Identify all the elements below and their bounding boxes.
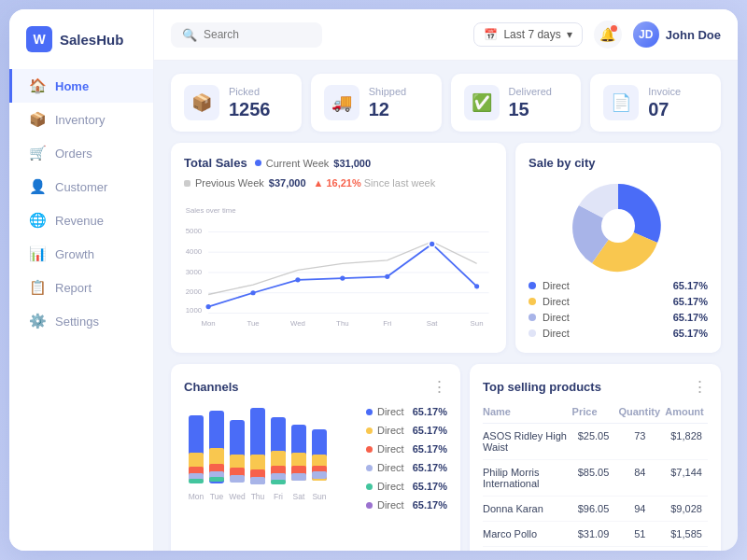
notification-button[interactable]: 🔔: [594, 21, 622, 49]
top-products-title: Top selling products: [483, 380, 601, 394]
sidebar-item-inventory[interactable]: 📦 Inventory: [9, 103, 153, 136]
top-products-more-button[interactable]: ⋮: [692, 377, 708, 397]
shipped-info: Shipped 12: [369, 86, 406, 120]
sidebar-item-report[interactable]: 📋 Report: [9, 271, 153, 304]
sidebar-item-orders[interactable]: 🛒 Orders: [9, 136, 153, 170]
sidebar-item-label: Customer: [55, 180, 107, 194]
svg-rect-47: [271, 480, 286, 484]
search-input[interactable]: [204, 28, 311, 41]
chevron-down-icon: ▾: [567, 28, 572, 41]
pie-legend-item-2: Direct 65.17%: [529, 312, 708, 323]
sidebar-item-home[interactable]: 🏠 Home: [9, 69, 153, 103]
previous-week-label: Previous Week: [195, 177, 264, 189]
main-area: 🔍 📅 Last 7 days ▾ 🔔 JD John Doe 📦: [154, 9, 738, 551]
logo-text: SalesHub: [60, 32, 123, 48]
channels-legend-item-1: Direct 65.17%: [366, 425, 447, 436]
table-header-price: Price: [572, 406, 615, 417]
notification-dot: [611, 25, 617, 32]
sidebar-item-label: Revenue: [55, 214, 104, 228]
channels-legend-label-4: Direct: [377, 481, 404, 492]
pie-dot-1: [529, 298, 536, 305]
shipped-label: Shipped: [369, 86, 406, 97]
pie-legend: Direct 65.17% Direct 65.17% Direct 65.17…: [529, 280, 708, 339]
svg-rect-42: [250, 477, 265, 484]
customer-icon: 👤: [29, 178, 46, 195]
svg-point-14: [385, 274, 389, 279]
svg-text:Thu: Thu: [251, 492, 265, 501]
sidebar-item-label: Inventory: [55, 113, 105, 127]
product-quantity-1: 84: [618, 467, 661, 489]
channels-legend: Direct 65.17% Direct 65.17% Direct 65.17…: [366, 406, 447, 513]
bottom-row: Channels ⋮: [171, 364, 721, 551]
table-row: Philip Morris International $85.05 84 $7…: [483, 460, 708, 497]
svg-point-12: [295, 277, 300, 282]
delivered-label: Delivered: [509, 86, 552, 97]
product-name-2: Donna Karan: [483, 503, 569, 514]
product-amount-2: $9,028: [665, 503, 708, 514]
channels-legend-item-4: Direct 65.17%: [366, 481, 447, 492]
channels-legend-label-2: Direct: [377, 443, 404, 455]
svg-point-16: [474, 284, 479, 288]
sidebar-item-settings[interactable]: ⚙️ Settings: [9, 304, 153, 338]
sale-by-city-card: Sale by city: [515, 143, 721, 353]
product-quantity-3: 51: [618, 528, 661, 539]
date-filter[interactable]: 📅 Last 7 days ▾: [473, 22, 582, 47]
svg-text:Sat: Sat: [293, 492, 305, 501]
sidebar-item-label: Report: [55, 281, 92, 295]
change-value: 16,21%: [326, 177, 360, 189]
pie-chart-svg: [571, 179, 665, 273]
product-amount-1: $7,144: [665, 467, 708, 489]
channels-dot-5: [366, 502, 373, 509]
pie-legend-label-0: Direct: [543, 280, 667, 291]
channels-more-button[interactable]: ⋮: [431, 377, 447, 397]
app-container: W SalesHub 🏠 Home📦 Inventory🛒 Orders👤 Cu…: [9, 9, 738, 551]
invoice-value: 07: [648, 99, 681, 120]
product-name-1: Philip Morris International: [483, 467, 569, 489]
sidebar: W SalesHub 🏠 Home📦 Inventory🛒 Orders👤 Cu…: [9, 9, 154, 551]
channels-card: Channels ⋮: [171, 364, 460, 551]
svg-text:Fri: Fri: [274, 492, 283, 501]
svg-point-24: [601, 209, 635, 243]
table-header-amount: Amount: [665, 406, 708, 417]
table-body: ASOS Ridley High Waist $25.05 73 $1,828P…: [483, 424, 708, 551]
pie-dot-0: [529, 282, 536, 289]
invoice-icon: 📄: [603, 85, 639, 120]
home-icon: 🏠: [29, 77, 46, 94]
middle-row: Total Sales Current Week $31,000 Previou…: [171, 143, 721, 353]
current-week-value: $31,000: [333, 158, 371, 169]
table-row: Donna Karan $96.05 94 $9,028: [483, 497, 708, 522]
search-box[interactable]: 🔍: [171, 22, 322, 48]
product-name-0: ASOS Ridley High Waist: [483, 430, 569, 453]
search-icon: 🔍: [182, 28, 197, 42]
content-area: 📦 Picked 1256 🚚 Shipped 12 ✅ Delivered 1…: [154, 61, 738, 551]
previous-week-value: $37,000: [269, 177, 306, 189]
product-name-3: Marco Pollo: [483, 528, 569, 539]
user-area[interactable]: JD John Doe: [633, 21, 721, 48]
svg-rect-34: [209, 477, 224, 482]
settings-icon: ⚙️: [29, 313, 46, 329]
shipped-value: 12: [369, 99, 406, 120]
product-price-2: $96.05: [572, 503, 615, 514]
chart-header: Total Sales Current Week $31,000 Previou…: [184, 156, 493, 189]
sidebar-item-label: Settings: [55, 315, 99, 329]
channels-legend-item-5: Direct 65.17%: [366, 499, 447, 511]
invoice-label: Invoice: [648, 86, 681, 97]
channels-dot-3: [366, 465, 373, 471]
product-quantity-0: 73: [618, 430, 661, 453]
pie-legend-value-0: 65.17%: [673, 280, 708, 291]
change-label: Since last week: [364, 177, 435, 189]
topbar: 🔍 📅 Last 7 days ▾ 🔔 JD John Doe: [154, 9, 738, 61]
inventory-icon: 📦: [29, 111, 46, 128]
delivered-info: Delivered 15: [509, 86, 552, 120]
arrow-up-icon: ▲: [314, 177, 324, 189]
channels-dot-1: [366, 427, 373, 434]
table-header-quantity: Quantity: [618, 406, 661, 417]
svg-text:3000: 3000: [186, 268, 203, 276]
sidebar-item-customer[interactable]: 👤 Customer: [9, 170, 153, 203]
pie-legend-label-2: Direct: [543, 312, 667, 323]
channels-header: Channels ⋮: [184, 377, 447, 397]
sidebar-item-revenue[interactable]: 🌐 Revenue: [9, 203, 153, 237]
stat-cards: 📦 Picked 1256 🚚 Shipped 12 ✅ Delivered 1…: [171, 74, 721, 132]
invoice-info: Invoice 07: [648, 86, 681, 120]
sidebar-item-growth[interactable]: 📊 Growth: [9, 237, 153, 271]
